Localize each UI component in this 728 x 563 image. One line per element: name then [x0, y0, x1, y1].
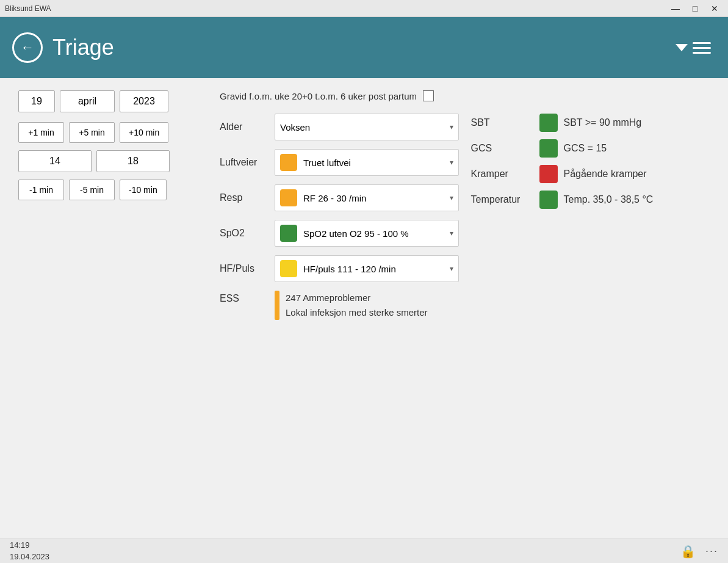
minus-1min-button[interactable]: -1 min	[18, 180, 64, 200]
spo2-row: SpO2 SpO2 uten O2 95 - 100 % ▾	[220, 220, 459, 247]
hfpuls-label: HF/Puls	[220, 263, 275, 274]
alder-select[interactable]: Voksen ▾	[275, 114, 459, 140]
ess-content: 247 Ammeproblemer Lokal infeksjon med st…	[275, 291, 428, 320]
current-date: 19.04.2023	[10, 551, 49, 562]
resp-select[interactable]: RF 26 - 30 /min ▾	[275, 184, 459, 211]
kramper-label: Kramper	[471, 169, 532, 180]
close-button[interactable]: ✕	[706, 2, 723, 15]
ess-items: 247 Ammeproblemer Lokal infeksjon med st…	[286, 291, 428, 320]
spo2-label: SpO2	[220, 228, 275, 239]
resp-color-indicator	[280, 189, 297, 206]
plus-5min-button[interactable]: +5 min	[69, 122, 115, 143]
gcs-value-container: GCS = 15	[539, 139, 710, 158]
spo2-select[interactable]: SpO2 uten O2 95 - 100 % ▾	[275, 220, 459, 247]
hamburger-icon	[693, 42, 711, 54]
spo2-color-indicator	[280, 225, 297, 242]
ess-row: ESS 247 Ammeproblemer Lokal infeksjon me…	[220, 291, 459, 320]
header: ← Triage	[0, 17, 728, 78]
chevron-down-icon: ▾	[450, 264, 453, 273]
sbt-label: SBT	[471, 117, 532, 128]
range-end-field[interactable]: 18	[96, 150, 170, 172]
resp-value: RF 26 - 30 /min	[303, 193, 366, 203]
luftveier-label: Luftveier	[220, 157, 275, 168]
window-controls: — □ ✕	[667, 2, 723, 15]
hfpuls-value: HF/puls 111 - 120 /min	[303, 264, 396, 274]
gcs-color-indicator	[539, 139, 558, 158]
kramper-value-container: Pågående kramper	[539, 165, 710, 183]
alder-value: Voksen	[280, 122, 310, 133]
form-fields: Alder Voksen ▾ Luftveier	[220, 114, 459, 320]
more-options-button[interactable]: ···	[705, 545, 718, 558]
temperatur-value-container: Temp. 35,0 - 38,5 °C	[539, 191, 710, 209]
content-wrapper: 19 april 2023 +1 min +5 min +10 min 14 1…	[18, 90, 710, 320]
plus-10min-button[interactable]: +10 min	[120, 122, 168, 143]
chevron-down-icon: ▾	[450, 158, 453, 167]
ess-color-bar	[275, 291, 279, 320]
range-start-field[interactable]: 14	[18, 150, 92, 172]
left-panel: 19 april 2023 +1 min +5 min +10 min 14 1…	[18, 90, 207, 320]
plus-time-buttons: +1 min +5 min +10 min	[18, 122, 207, 143]
resp-row: Resp RF 26 - 30 /min ▾	[220, 184, 459, 211]
temperatur-value: Temp. 35,0 - 38,5 °C	[564, 194, 654, 205]
plus-1min-button[interactable]: +1 min	[18, 122, 64, 143]
sbt-value: SBT >= 90 mmHg	[564, 117, 642, 128]
alder-row: Alder Voksen ▾	[220, 114, 459, 140]
sbt-value-container: SBT >= 90 mmHg	[539, 114, 710, 132]
chevron-down-icon: ▾	[450, 194, 453, 202]
luftveier-color-indicator	[280, 154, 297, 171]
app-name: Bliksund EWA	[5, 4, 51, 13]
vitals-section: SBT SBT >= 90 mmHg GCS GCS = 15	[471, 114, 710, 320]
month-field[interactable]: april	[60, 90, 115, 112]
ess-item-2: Lokal infeksjon med sterke smerter	[286, 305, 428, 320]
bottom-right-controls: 🔒 ···	[680, 544, 718, 559]
day-field[interactable]: 19	[18, 90, 55, 112]
right-panel: Gravid f.o.m. uke 20+0 t.o.m. 6 uker pos…	[207, 90, 710, 320]
chevron-down-icon: ▾	[450, 123, 453, 131]
back-button[interactable]: ←	[12, 32, 43, 63]
hfpuls-select[interactable]: HF/puls 111 - 120 /min ▾	[275, 255, 459, 282]
temperatur-row: Temperatur Temp. 35,0 - 38,5 °C	[471, 191, 710, 209]
minimize-button[interactable]: —	[667, 2, 684, 15]
gravid-checkbox[interactable]	[423, 90, 434, 101]
menu-triangle-icon	[676, 44, 688, 51]
menu-icon	[676, 42, 711, 54]
main-content: 19 april 2023 +1 min +5 min +10 min 14 1…	[0, 78, 728, 539]
luftveier-select[interactable]: Truet luftvei ▾	[275, 149, 459, 176]
temperatur-label: Temperatur	[471, 194, 532, 205]
lock-icon[interactable]: 🔒	[680, 544, 696, 559]
sbt-color-indicator	[539, 114, 558, 132]
kramper-color-indicator	[539, 165, 558, 183]
luftveier-value: Truet luftvei	[303, 158, 351, 168]
menu-button[interactable]	[671, 37, 716, 59]
fields-vitals-wrapper: Alder Voksen ▾ Luftveier	[220, 114, 710, 320]
ess-label: ESS	[220, 291, 275, 304]
minus-time-buttons: -1 min -5 min -10 min	[18, 180, 207, 200]
gravid-row: Gravid f.o.m. uke 20+0 t.o.m. 6 uker pos…	[220, 90, 710, 101]
bottom-bar: 14:19 19.04.2023 🔒 ···	[0, 539, 728, 563]
maximize-button[interactable]: □	[687, 2, 704, 15]
back-arrow-icon: ←	[21, 40, 34, 56]
chevron-down-icon: ▾	[450, 229, 453, 238]
hfpuls-row: HF/Puls HF/puls 111 - 120 /min ▾	[220, 255, 459, 282]
title-bar: Bliksund EWA — □ ✕	[0, 0, 728, 17]
luftveier-row: Luftveier Truet luftvei ▾	[220, 149, 459, 176]
hfpuls-color-indicator	[280, 260, 297, 277]
sbt-row: SBT SBT >= 90 mmHg	[471, 114, 710, 132]
gcs-value: GCS = 15	[564, 143, 607, 154]
time-range-row: 14 18	[18, 150, 207, 172]
page-title: Triage	[52, 35, 114, 60]
gcs-label: GCS	[471, 143, 532, 154]
resp-label: Resp	[220, 192, 275, 203]
minus-5min-button[interactable]: -5 min	[69, 180, 115, 200]
kramper-value: Pågående kramper	[564, 169, 647, 180]
ess-item-1: 247 Ammeproblemer	[286, 291, 428, 305]
gcs-row: GCS GCS = 15	[471, 139, 710, 158]
gravid-label: Gravid f.o.m. uke 20+0 t.o.m. 6 uker pos…	[220, 91, 417, 101]
minus-10min-button[interactable]: -10 min	[120, 180, 167, 200]
clock-display: 14:19 19.04.2023	[10, 540, 49, 562]
temperatur-color-indicator	[539, 191, 558, 209]
alder-label: Alder	[220, 122, 275, 133]
year-field[interactable]: 2023	[120, 90, 168, 112]
kramper-row: Kramper Pågående kramper	[471, 165, 710, 183]
date-row: 19 april 2023	[18, 90, 207, 112]
